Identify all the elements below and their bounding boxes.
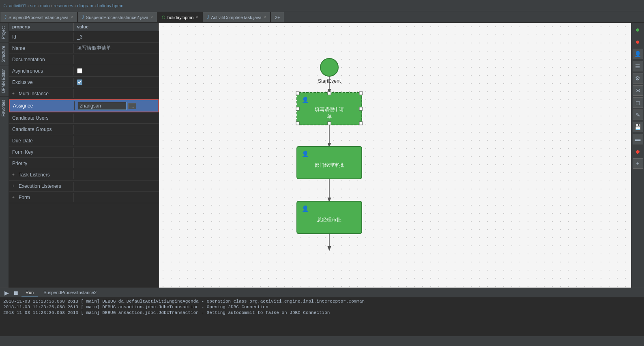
- exclusive-checkbox[interactable]: [77, 80, 82, 85]
- expand-icon-multi: +: [12, 91, 17, 96]
- prop-row-form[interactable]: + Form: [9, 192, 159, 203]
- settings-btn[interactable]: ⚙: [633, 73, 643, 84]
- prop-name-priority: Priority: [9, 159, 74, 168]
- prop-value-candidate-groups[interactable]: [74, 128, 159, 131]
- sidebar-item-favorites[interactable]: Favorites: [0, 96, 9, 120]
- list-btn[interactable]: ☰: [633, 61, 643, 71]
- tab-holiday[interactable]: ⬡ holiday.bpmn ×: [157, 12, 202, 22]
- prop-value-doc[interactable]: [74, 58, 159, 61]
- tab-label-0: SuspendProcessInstance.java: [9, 15, 69, 20]
- console-tab-suspend[interactable]: SuspendProcessInstance2: [39, 289, 101, 297]
- prop-name-exclusive: Exclusive: [9, 78, 74, 87]
- prop-row-priority[interactable]: Priority: [9, 158, 159, 169]
- tab-close-3[interactable]: ×: [264, 15, 266, 19]
- bpmn-icon: ⬡: [162, 15, 165, 19]
- tab-more[interactable]: 2+: [270, 12, 285, 22]
- console-tab-run[interactable]: Run: [21, 289, 38, 297]
- handle-tm: [328, 92, 331, 95]
- prop-name-candidate-groups: Candidate Groups: [9, 125, 74, 134]
- tab-close-0[interactable]: ×: [71, 15, 73, 19]
- console-line-2: 2018-11-03 11:23:36,068 2613 [ main] DEB…: [0, 310, 644, 316]
- save-btn[interactable]: 💾: [633, 122, 643, 132]
- box-btn[interactable]: ◻: [633, 97, 643, 108]
- tab-label-1: SuspendProcessInstance2.java: [86, 15, 148, 20]
- prop-value-form: [74, 196, 159, 199]
- tab-label-4: 2+: [275, 15, 280, 20]
- run-stop-btn[interactable]: ⏹: [12, 289, 20, 297]
- breadcrumb-src[interactable]: src: [30, 3, 36, 8]
- tab-suspend2[interactable]: J SuspendProcessInstance2.java ×: [77, 12, 157, 22]
- property-col-header: property: [9, 23, 74, 31]
- prop-row-task-listeners[interactable]: + Task Listeners: [9, 169, 159, 181]
- prop-row-candidate-users[interactable]: Candidate Users: [9, 112, 159, 124]
- prop-name-task-listeners: + Task Listeners: [9, 170, 74, 179]
- sidebar-item-bpmn[interactable]: BPMN Editor: [0, 66, 9, 96]
- breadcrumb-main[interactable]: main: [40, 3, 50, 8]
- edit-icon: ✎: [635, 112, 640, 118]
- prop-value-form-key[interactable]: [74, 150, 159, 154]
- diamond-btn[interactable]: ◆: [633, 146, 643, 157]
- prop-row-exec-listeners[interactable]: + Execution Listeners: [9, 181, 159, 192]
- expand-icon-form: +: [12, 195, 17, 200]
- tab-suspend1[interactable]: J SuspendProcessInstance.java ×: [0, 12, 77, 22]
- top-path-bar: 🗂 activiti01 › src › main › resources › …: [0, 0, 644, 11]
- user-btn[interactable]: 👤: [633, 49, 643, 59]
- prop-row-assignee[interactable]: Assignee ...: [9, 99, 159, 112]
- prop-value-priority[interactable]: [74, 162, 159, 165]
- console-tab-bar: ▶ ⏹ Run SuspendProcessInstance2: [0, 288, 644, 298]
- prop-name-assignee: Assignee: [10, 101, 75, 110]
- tab-label-3: ActivitiCompleteTask.java: [211, 15, 262, 20]
- task2-user-icon: 👤: [302, 150, 309, 157]
- tab-close-1[interactable]: ×: [150, 15, 153, 19]
- right-panel: ● ● 👤 ☰ ⚙ ✉ ◻ ✎ 💾 ▬ ◆: [631, 23, 644, 288]
- diamond-icon: ◆: [635, 148, 640, 155]
- prop-row-multi[interactable]: + Multi Instance: [9, 88, 159, 99]
- task2-label: 部门经理审批: [315, 162, 344, 168]
- plus-icon: +: [636, 160, 639, 167]
- prop-name-form: + Form: [9, 193, 74, 202]
- sidebar-item-project[interactable]: Project: [0, 23, 9, 42]
- run-play-btn[interactable]: ▶: [3, 289, 10, 297]
- save-icon: 💾: [634, 124, 641, 130]
- prop-value-due-date[interactable]: [74, 139, 159, 142]
- prop-row-form-key[interactable]: Form Key: [9, 146, 159, 158]
- properties-header: property value: [9, 23, 159, 31]
- start-event-shape: [320, 58, 338, 76]
- diagram-canvas[interactable]: StartEvent 👤 填写请假申请 单 👤 部门经理审批: [159, 23, 631, 288]
- tab-close-2[interactable]: ×: [195, 15, 198, 19]
- mail-btn[interactable]: ✉: [633, 85, 643, 96]
- async-checkbox[interactable]: [77, 68, 82, 73]
- prop-value-assignee[interactable]: ...: [75, 100, 158, 112]
- prop-name-name: Name: [9, 44, 74, 53]
- green-circle-btn[interactable]: ●: [633, 24, 643, 35]
- prop-value-exclusive[interactable]: [74, 78, 159, 86]
- plus-btn[interactable]: +: [633, 158, 643, 169]
- prop-name-async: Asynchronous: [9, 67, 74, 75]
- prop-row-due-date[interactable]: Due Date: [9, 135, 159, 146]
- red-circle-btn[interactable]: ●: [633, 37, 643, 47]
- prop-name-exec-listeners: + Execution Listeners: [9, 182, 74, 191]
- breadcrumb-resources[interactable]: resources: [54, 3, 73, 8]
- prop-row-doc: Documentation: [9, 54, 159, 65]
- handle-ml: [296, 107, 299, 110]
- prop-row-candidate-groups[interactable]: Candidate Groups: [9, 124, 159, 135]
- minus-icon: ▬: [635, 136, 641, 142]
- prop-value-async[interactable]: [74, 67, 159, 75]
- edit-btn[interactable]: ✎: [633, 110, 643, 120]
- sidebar-item-structure[interactable]: Structure: [0, 42, 9, 66]
- prop-row-id: Id _3: [9, 31, 159, 43]
- tab-complete[interactable]: J ActivitiCompleteTask.java ×: [202, 12, 270, 22]
- breadcrumb-activiti[interactable]: activiti01: [9, 3, 26, 8]
- red-circle-icon: ●: [635, 38, 640, 46]
- breadcrumb-diagram[interactable]: diagram: [77, 3, 93, 8]
- handle-tr: [359, 92, 363, 95]
- minus-btn[interactable]: ▬: [633, 134, 643, 144]
- project-icon: 🗂: [3, 3, 8, 8]
- settings-icon: ⚙: [635, 75, 640, 82]
- prop-value-task-listeners: [74, 173, 159, 176]
- assignee-browse-btn[interactable]: ...: [128, 103, 136, 109]
- expand-icon-exec: +: [12, 184, 17, 188]
- prop-value-candidate-users[interactable]: [74, 116, 159, 120]
- assignee-input[interactable]: [78, 102, 127, 110]
- breadcrumb-file[interactable]: holiday.bpmn: [97, 3, 124, 8]
